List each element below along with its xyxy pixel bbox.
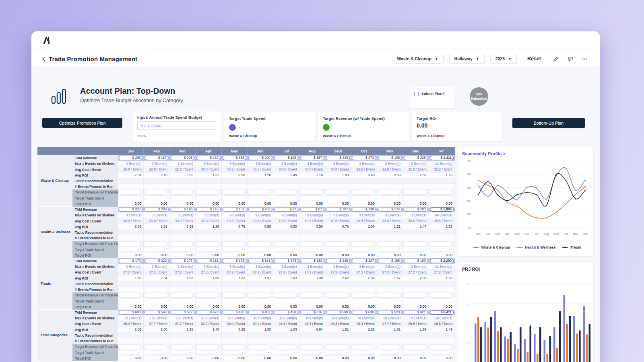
- table-cell[interactable]: [144, 333, 169, 338]
- table-cell[interactable]: [170, 292, 196, 298]
- table-cell[interactable]: [196, 230, 221, 235]
- table-cell[interactable]: 0.00: [325, 304, 351, 310]
- table-cell[interactable]: [118, 230, 144, 235]
- table-cell[interactable]: 42 Event(s): [429, 264, 455, 269]
- table-cell[interactable]: [299, 287, 325, 292]
- table-cell[interactable]: 3 Event(s): [325, 264, 351, 269]
- table-cell[interactable]: $ 608: [118, 310, 144, 315]
- table-cell[interactable]: [351, 235, 377, 241]
- table-cell[interactable]: $ 6,411: [429, 310, 455, 315]
- table-cell[interactable]: -: [170, 350, 196, 355]
- table-cell[interactable]: [144, 241, 169, 247]
- table-cell[interactable]: $ 208: [144, 207, 169, 212]
- table-cell[interactable]: -: [351, 195, 377, 201]
- table-cell[interactable]: 0.00: [222, 253, 248, 258]
- table-cell[interactable]: [222, 292, 248, 298]
- table-cell[interactable]: 2.39: [377, 173, 403, 178]
- table-cell[interactable]: 3 Event(s): [118, 212, 144, 218]
- table-cell[interactable]: $ 200: [248, 155, 273, 161]
- table-cell[interactable]: 0.00: [118, 253, 144, 258]
- table-cell[interactable]: [377, 189, 403, 195]
- table-cell[interactable]: [196, 178, 221, 184]
- table-cell[interactable]: -: [170, 298, 196, 304]
- table-cell[interactable]: -: [403, 350, 429, 355]
- table-cell[interactable]: 0.00: [299, 304, 325, 310]
- table-cell[interactable]: [144, 292, 169, 298]
- table-cell[interactable]: [273, 338, 299, 344]
- table-cell[interactable]: 0.00: [403, 356, 429, 361]
- table-cell[interactable]: 1.59: [196, 276, 221, 281]
- table-cell[interactable]: 27.2 / Event: [170, 269, 196, 275]
- table-cell[interactable]: [403, 287, 429, 292]
- table-cell[interactable]: [118, 292, 144, 298]
- table-cell[interactable]: 2.06: [144, 327, 169, 333]
- reset-button[interactable]: Reset: [527, 56, 541, 62]
- table-cell[interactable]: -: [273, 298, 299, 304]
- table-cell[interactable]: [403, 292, 429, 298]
- table-cell[interactable]: [170, 287, 196, 292]
- table-cell[interactable]: $ 228: [403, 155, 429, 161]
- table-cell[interactable]: 3 Event(s): [403, 161, 429, 167]
- table-cell[interactable]: 9 Event(s): [222, 212, 248, 218]
- table-cell[interactable]: -: [429, 350, 455, 355]
- table-cell[interactable]: $ 198: [273, 155, 299, 161]
- table-cell[interactable]: 1.93: [429, 276, 455, 281]
- table-cell[interactable]: 29.9 / Event: [403, 321, 429, 327]
- table-cell[interactable]: [351, 184, 377, 189]
- table-cell[interactable]: 9 Event(s): [273, 212, 299, 218]
- table-cell[interactable]: 3 Event(s): [248, 161, 273, 167]
- table-cell[interactable]: [118, 281, 144, 287]
- table-cell[interactable]: -: [170, 195, 196, 201]
- table-cell[interactable]: [196, 241, 221, 247]
- table-cell[interactable]: 0.00: [299, 253, 325, 258]
- table-cell[interactable]: 22.8 / Event: [351, 167, 377, 172]
- table-cell[interactable]: 42 Event(s): [429, 161, 455, 167]
- table-cell[interactable]: -: [377, 195, 403, 201]
- table-cell[interactable]: -: [248, 247, 273, 253]
- table-cell[interactable]: -: [429, 298, 455, 304]
- table-cell[interactable]: -: [299, 298, 325, 304]
- table-cell[interactable]: [118, 344, 144, 350]
- table-cell[interactable]: 28.3 / Event: [273, 321, 299, 327]
- table-cell[interactable]: $ 523: [377, 310, 403, 315]
- table-cell[interactable]: 0.78: [325, 224, 351, 230]
- table-cell[interactable]: 0.00: [351, 201, 377, 207]
- table-cell[interactable]: 30.9 / Event: [222, 321, 248, 327]
- table-cell[interactable]: -: [118, 195, 144, 201]
- table-cell[interactable]: 1.65: [170, 224, 196, 230]
- table-cell[interactable]: -: [273, 195, 299, 201]
- table-cell[interactable]: -: [377, 247, 403, 253]
- table-cell[interactable]: [248, 281, 273, 287]
- table-cell[interactable]: $ 181: [248, 258, 273, 264]
- table-cell[interactable]: 0.00: [403, 201, 429, 207]
- table-cell[interactable]: [248, 178, 273, 184]
- table-cell[interactable]: 27.2 / Event: [299, 269, 325, 275]
- table-cell[interactable]: $ 157: [299, 155, 325, 161]
- table-cell[interactable]: [118, 184, 144, 189]
- table-cell[interactable]: 2.00: [403, 276, 429, 281]
- table-cell[interactable]: [144, 178, 169, 184]
- table-cell[interactable]: 1.81: [144, 224, 169, 230]
- table-cell[interactable]: -: [144, 350, 169, 355]
- table-cell[interactable]: [273, 178, 299, 184]
- table-cell[interactable]: 3 Event(s): [351, 161, 377, 167]
- table-cell[interactable]: [377, 292, 403, 298]
- table-cell[interactable]: [170, 333, 196, 338]
- table-cell[interactable]: [351, 189, 377, 195]
- table-cell[interactable]: [248, 287, 273, 292]
- table-cell[interactable]: 10 Event(s): [170, 315, 196, 321]
- table-cell[interactable]: 23.3 / Event: [351, 321, 377, 327]
- table-cell[interactable]: [403, 178, 429, 184]
- table-cell[interactable]: 0.00: [429, 356, 455, 361]
- table-cell[interactable]: [403, 241, 429, 247]
- table-cell[interactable]: 3 Event(s): [403, 264, 429, 269]
- table-cell[interactable]: 0.00: [196, 304, 221, 310]
- table-cell[interactable]: $ 87: [299, 207, 325, 212]
- table-cell[interactable]: [222, 281, 248, 287]
- table-cell[interactable]: [144, 189, 169, 195]
- table-cell[interactable]: 10 Event(s): [144, 315, 169, 321]
- table-cell[interactable]: [377, 287, 403, 292]
- table-cell[interactable]: 0.00: [429, 253, 455, 258]
- table-cell[interactable]: 30.9 / Event: [248, 321, 273, 327]
- table-cell[interactable]: $ 173: [222, 258, 248, 264]
